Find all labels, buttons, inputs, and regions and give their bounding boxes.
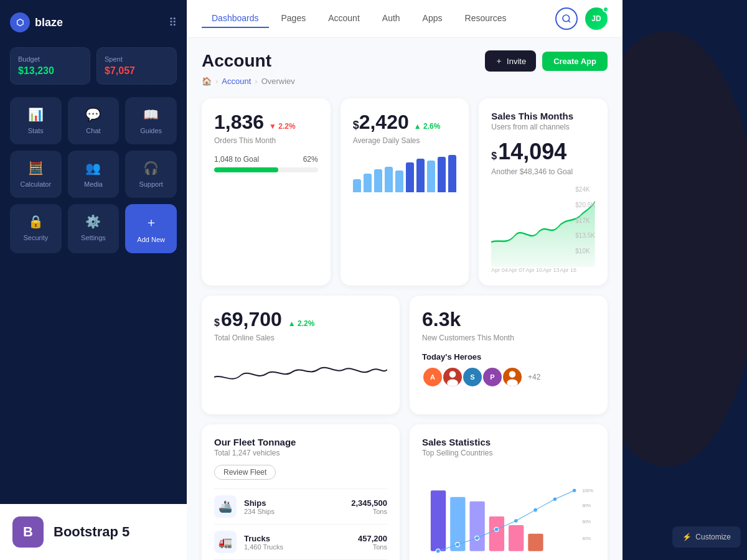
avg-sales-card: $ 2,420 ▲ 2.6% Average Daily Sales [341,98,469,286]
fleet-item-trucks: 🚛 Trucks 1,460 Trucks 457,200 Tons [214,524,387,559]
sidebar-item-security[interactable]: 🔒 Security [10,204,62,253]
bar-9 [438,157,446,192]
header-actions: ＋ Invite Create App [485,50,608,72]
progress-bar-fill [214,167,278,172]
y-label-3: $17K [575,217,595,224]
dark-blob [622,31,747,467]
stats-icon: 📊 [28,107,44,122]
budget-label: Budget [18,55,82,63]
user-avatar[interactable]: JD [585,7,608,30]
logo-text: blaze [35,16,63,29]
search-button[interactable] [555,7,578,30]
svg-text:60%: 60% [582,520,591,524]
trucks-count: 1,460 Trucks [244,543,350,551]
tab-pages[interactable]: Pages [271,9,316,28]
sidebar-item-support[interactable]: 🎧 Support [125,151,177,198]
fleet-item-ships: 🚢 Ships 234 Ships 2,345,500 Tons [214,488,387,524]
sidebar-footer: B Bootstrap 5 [0,504,187,560]
tab-dashboards[interactable]: Dashboards [202,9,269,28]
sidebar-item-guides[interactable]: 📖 Guides [125,97,177,144]
wavy-chart [214,352,387,402]
svg-rect-8 [469,502,484,551]
calculator-label: Calculator [21,180,52,188]
bar-5 [395,170,403,192]
invite-button[interactable]: ＋ Invite [485,50,536,72]
sales-stats-sub: Top Selling Countries [422,449,595,457]
online-badge [603,6,609,12]
review-fleet-button[interactable]: Review Fleet [214,465,276,480]
ships-unit: Tons [351,508,387,515]
customers-label: New Customers This Month [422,334,595,342]
logo-icon: ⬡ [10,12,30,32]
top-nav: Dashboards Pages Account Auth Apps Resou… [187,0,622,38]
online-sales-badge: ▲ 2.2% [288,319,315,328]
customize-button[interactable]: ⚡ Customize [672,526,741,548]
sales-goal-text: Another $48,346 to Goal [491,167,595,176]
y-label-5: $10K [575,248,595,254]
fleet-card: Our Fleet Tonnage Total 1,247 vehicles R… [202,424,400,560]
line-chart: $24K $20.5K $17K $13.5K $10K Apr 04 Apr … [491,186,595,273]
stats-row-3: Our Fleet Tonnage Total 1,247 vehicles R… [202,424,608,560]
x-label-2: Apr 07 [509,267,525,273]
sidebar-item-settings[interactable]: ⚙️ Settings [68,204,120,253]
sidebar-menu-icon[interactable]: ⠿ [169,16,177,29]
nav-tabs: Dashboards Pages Account Auth Apps Resou… [202,9,516,28]
chat-icon: 💬 [85,107,101,122]
bootstrap-label: Bootstrap 5 [54,524,129,540]
progress-label: 1,048 to Goal 62% [214,155,318,164]
media-icon: 👥 [85,161,101,175]
heroes-section: Today's Heroes A S P +42 [422,352,595,388]
ships-icon: 🚢 [214,495,237,518]
tab-apps[interactable]: Apps [413,9,453,28]
tab-auth[interactable]: Auth [372,9,410,28]
sidebar-item-media[interactable]: 👥 Media [68,151,120,198]
fleet-value-ships: 2,345,500 Tons [351,498,387,515]
security-icon: 🔒 [28,214,44,229]
breadcrumb-account[interactable]: Account [222,77,251,86]
tab-account[interactable]: Account [318,9,370,28]
orders-value: 1,836 [214,111,264,134]
budget-cards: Budget $13,230 Spent $7,057 [10,47,177,85]
hero-avatar-1: A [422,366,443,388]
x-label-1: Apr 04 [491,267,508,273]
trucks-tons: 457,200 [358,534,387,543]
svg-text:100%: 100% [582,488,593,493]
media-label: Media [84,180,103,188]
bar-8 [427,161,435,192]
nav-grid: 📊 Stats 💬 Chat 📖 Guides 🧮 Calculator 👥 M… [10,97,177,253]
page-header: Account ＋ Invite Create App [202,50,608,72]
svg-line-1 [568,21,570,22]
spent-value: $7,057 [105,65,169,77]
hero-avatar-4: P [482,366,503,388]
bar-2 [364,174,372,192]
y-label-4: $13.5K [575,232,595,239]
sales-month-value: 14,094 [498,139,566,165]
stats-row-2: $ 69,700 ▲ 2.2% Total Online Sales 6.3k … [202,296,608,414]
spent-label: Spent [105,55,169,63]
sales-stats-title: Sales Statistics [422,437,595,447]
sidebar-item-add-new[interactable]: ＋ Add New [125,204,177,253]
spent-card: Spent $7,057 [96,47,177,85]
svg-text:40%: 40% [582,536,591,541]
breadcrumb-home-icon[interactable]: 🏠 [202,77,212,86]
online-sales-value: 69,700 [221,308,282,331]
create-app-button[interactable]: Create App [542,52,608,71]
trucks-icon: 🚛 [214,531,237,553]
sidebar-item-chat[interactable]: 💬 Chat [68,97,120,144]
sidebar-item-stats[interactable]: 📊 Stats [10,97,62,144]
page-content: Account ＋ Invite Create App 🏠 › Account … [187,38,622,560]
sidebar-item-calculator[interactable]: 🧮 Calculator [10,151,62,198]
bootstrap-icon: B [12,516,44,548]
heroes-avatars: A S P +42 [422,366,595,388]
settings-icon: ⚙️ [85,214,101,229]
avg-sales-value: 2,420 [359,111,409,134]
sales-month-prefix: $ [491,151,497,162]
online-sales-label: Total Online Sales [214,334,387,342]
page-title: Account [202,51,271,71]
avatar-initials: JD [591,14,601,23]
nav-right: JD [555,7,608,30]
bar-1 [353,179,361,192]
svg-point-2 [449,371,456,378]
tab-resources[interactable]: Resources [455,9,517,28]
stats-label: Stats [28,127,44,134]
